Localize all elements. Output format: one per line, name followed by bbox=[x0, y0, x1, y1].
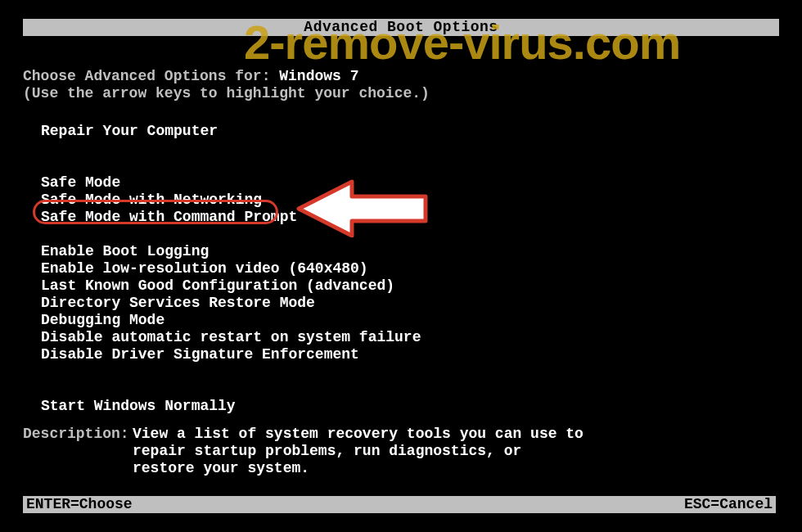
page-title: Advanced Boot Options bbox=[304, 19, 498, 35]
footer-esc-hint: ESC=Cancel bbox=[684, 496, 773, 513]
menu-gap bbox=[41, 226, 421, 243]
menu-item-safe-mode-networking[interactable]: Safe Mode with Networking bbox=[41, 192, 421, 209]
menu-gap bbox=[41, 363, 421, 381]
menu-item-disable-auto-restart[interactable]: Disable automatic restart on system fail… bbox=[41, 329, 421, 346]
menu-item-low-res[interactable]: Enable low-resolution video (640x480) bbox=[41, 260, 421, 277]
os-name: Windows 7 bbox=[279, 68, 358, 84]
title-bar: Advanced Boot Options bbox=[23, 19, 779, 36]
menu-item-safe-mode[interactable]: Safe Mode bbox=[41, 174, 421, 192]
menu-gap bbox=[41, 157, 421, 174]
prompt-prefix: Choose Advanced Options for: bbox=[23, 68, 279, 84]
description-block: Description: View a list of system recov… bbox=[23, 426, 591, 477]
menu-item-directory-services[interactable]: Directory Services Restore Mode bbox=[41, 295, 421, 312]
menu-gap bbox=[41, 140, 421, 157]
menu-item-repair[interactable]: Repair Your Computer bbox=[41, 123, 421, 140]
footer-enter-hint: ENTER=Choose bbox=[26, 496, 133, 513]
description-label: Description: bbox=[23, 426, 133, 477]
menu-item-disable-driver-sig[interactable]: Disable Driver Signature Enforcement bbox=[41, 346, 421, 363]
menu-item-boot-logging[interactable]: Enable Boot Logging bbox=[41, 243, 421, 260]
menu-item-start-normally[interactable]: Start Windows Normally bbox=[41, 398, 421, 415]
hint-line: (Use the arrow keys to highlight your ch… bbox=[23, 85, 430, 101]
footer-bar: ENTER=Choose ESC=Cancel bbox=[23, 496, 776, 513]
menu-item-safe-mode-cmd[interactable]: Safe Mode with Command Prompt bbox=[41, 209, 421, 226]
description-text: View a list of system recovery tools you… bbox=[133, 426, 591, 477]
menu-item-debugging[interactable]: Debugging Mode bbox=[41, 312, 421, 329]
menu-gap bbox=[41, 381, 421, 398]
prompt-line: Choose Advanced Options for: Windows 7 bbox=[23, 68, 358, 84]
menu-item-last-known-good[interactable]: Last Known Good Configuration (advanced) bbox=[41, 277, 421, 295]
boot-menu: Repair Your Computer Safe Mode Safe Mode… bbox=[41, 123, 421, 415]
